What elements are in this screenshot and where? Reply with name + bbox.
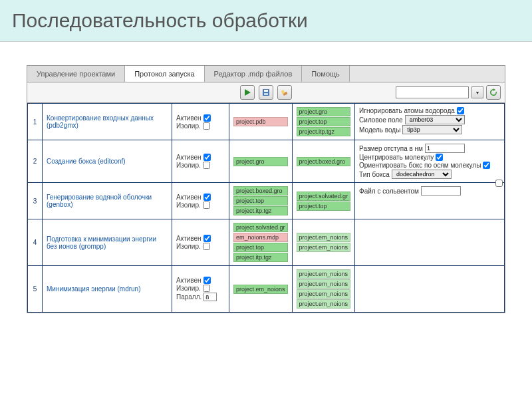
parallel-input[interactable] xyxy=(203,293,217,301)
file-chip[interactable]: project.em_noions xyxy=(297,289,351,299)
input-files: project.boxed.groproject.topproject.itp.… xyxy=(229,183,293,219)
param-row: Размер отступа в нм xyxy=(359,144,493,153)
step-name: Минимизация энергии (mdrun) xyxy=(43,266,172,313)
param-row: Силовое полеamber03 xyxy=(359,115,493,124)
active-checkbox[interactable] xyxy=(203,154,211,161)
save-button[interactable] xyxy=(259,85,273,100)
isol-flag[interactable]: Изолир. xyxy=(176,122,225,130)
step-number: 2 xyxy=(28,140,43,183)
toolbar-right: ▾ xyxy=(396,85,501,100)
isol-checkbox[interactable] xyxy=(203,243,210,250)
active-checkbox[interactable] xyxy=(203,277,211,284)
isol-flag[interactable]: Изолир. xyxy=(176,285,225,292)
file-chip[interactable]: project.top xyxy=(297,117,351,126)
file-chip[interactable]: project.em_noions xyxy=(233,285,288,294)
active-flag[interactable]: Активен xyxy=(176,277,225,284)
file-chip[interactable]: project.pdb xyxy=(233,117,288,126)
file-chip[interactable]: project.boxed.gro xyxy=(297,157,351,166)
param-checkbox[interactable] xyxy=(483,162,490,169)
param-input[interactable] xyxy=(425,144,465,153)
input-files: project.pdb xyxy=(229,104,293,140)
isol-flag[interactable]: Изолир. xyxy=(176,201,225,209)
output-files: project.em_noionsproject.em_noions xyxy=(292,219,355,266)
step-flags: Активен Изолир. xyxy=(172,104,229,140)
param-input[interactable] xyxy=(421,186,461,196)
file-chip[interactable]: project.em_noions xyxy=(297,279,351,289)
refresh-button[interactable] xyxy=(486,85,501,100)
active-flag[interactable]: Активен xyxy=(176,114,225,122)
step-number: 5 xyxy=(28,266,43,313)
active-checkbox[interactable] xyxy=(203,235,211,242)
file-chip[interactable]: project.solvated.gr xyxy=(297,192,351,201)
search-dropdown[interactable]: ▾ xyxy=(471,86,483,98)
isol-checkbox[interactable] xyxy=(203,201,210,209)
file-chip[interactable]: project.top xyxy=(297,201,351,211)
step-number: 4 xyxy=(28,219,43,266)
param-label: Центрировать молекулу xyxy=(359,154,434,161)
param-label: Силовое поле xyxy=(359,116,403,124)
active-checkbox[interactable] xyxy=(203,114,211,122)
step-params: Файл с сольвентом xyxy=(355,183,505,219)
tab-0[interactable]: Управление проектами xyxy=(27,66,125,82)
output-files: project.boxed.gro xyxy=(292,140,355,183)
file-chip[interactable]: project.gro xyxy=(233,157,288,166)
file-chip[interactable]: project.solvated.gr xyxy=(233,223,288,232)
step-params: Размер отступа в нмЦентрировать молекулу… xyxy=(355,140,505,183)
input-files: project.solvated.grem_noions.mdpproject.… xyxy=(229,219,293,266)
tab-2[interactable]: Редактор .mdp файлов xyxy=(205,66,303,82)
param-row: Модель водыtip3p xyxy=(359,125,493,134)
isol-checkbox[interactable] xyxy=(203,285,210,292)
step-name: Генерирование водяной оболочки (genbox) xyxy=(43,183,172,219)
active-flag[interactable]: Активен xyxy=(176,194,225,201)
step-row: 3Генерирование водяной оболочки (genbox)… xyxy=(28,183,505,219)
param-row: Центрировать молекулу xyxy=(359,154,493,161)
step-name: Конвертирование входных данных (pdb2gmx) xyxy=(43,104,172,140)
param-checkbox[interactable] xyxy=(457,107,464,114)
step-row: 4Подготовка к минимизации энергии без ио… xyxy=(28,219,505,266)
file-chip[interactable]: project.em_noions xyxy=(297,243,351,252)
output-files: project.em_noionsproject.em_noionsprojec… xyxy=(292,266,355,313)
param-select[interactable]: tip3p xyxy=(402,125,462,134)
param-row: Файл с сольвентом xyxy=(359,186,493,196)
step-params: Игнорировать атомы водородаСиловое полеa… xyxy=(355,104,505,140)
active-flag[interactable]: Активен xyxy=(176,154,225,161)
isol-flag[interactable]: Изолир. xyxy=(176,162,225,169)
clear-button[interactable] xyxy=(277,85,292,100)
file-chip[interactable]: project.itp.tgz xyxy=(233,206,288,215)
file-chip[interactable]: project.em_noions xyxy=(297,269,351,279)
file-chip[interactable]: em_noions.mdp xyxy=(233,233,288,242)
tab-1[interactable]: Протокол запуска xyxy=(125,66,204,82)
step-row: 1Конвертирование входных данных (pdb2gmx… xyxy=(28,104,505,140)
isol-checkbox[interactable] xyxy=(203,162,210,169)
run-button[interactable] xyxy=(240,85,255,100)
tab-3[interactable]: Помощь xyxy=(302,66,350,82)
file-chip[interactable]: project.gro xyxy=(297,107,351,116)
step-name: Создание бокса (editconf) xyxy=(43,140,172,183)
file-chip[interactable]: project.top xyxy=(233,243,288,252)
active-flag[interactable]: Активен xyxy=(176,235,225,242)
svg-rect-3 xyxy=(264,93,268,95)
step-flags: Активен Изолир. xyxy=(172,140,229,183)
file-chip[interactable]: project.em_noions xyxy=(297,233,351,242)
step-name: Подготовка к минимизации энергии без ион… xyxy=(43,219,172,266)
active-checkbox[interactable] xyxy=(203,194,211,201)
isol-flag[interactable]: Изолир. xyxy=(176,243,225,250)
steps-table: 1Конвертирование входных данных (pdb2gmx… xyxy=(27,103,505,313)
param-label: Игнорировать атомы водорода xyxy=(359,107,455,114)
input-files: project.em_noions xyxy=(229,266,293,313)
output-files: project.groproject.topproject.itp.tgz xyxy=(292,104,355,140)
file-chip[interactable]: project.em_noions xyxy=(297,299,351,309)
param-select[interactable]: dodecahedron xyxy=(392,170,452,179)
search-input[interactable] xyxy=(396,86,469,98)
file-chip[interactable]: project.itp.tgz xyxy=(297,127,351,136)
step-number: 3 xyxy=(28,183,43,219)
param-select[interactable]: amber03 xyxy=(405,115,465,124)
file-chip[interactable]: project.boxed.gro xyxy=(233,186,288,196)
file-chip[interactable]: project.top xyxy=(233,196,288,205)
step-row: 2Создание бокса (editconf)Активен Изолир… xyxy=(28,140,505,183)
tab-bar: Управление проектамиПротокол запускаРеда… xyxy=(27,66,505,82)
parallel-flag[interactable]: Паралл. xyxy=(176,293,225,301)
isol-checkbox[interactable] xyxy=(203,122,210,130)
param-checkbox[interactable] xyxy=(436,154,443,161)
file-chip[interactable]: project.itp.tgz xyxy=(233,253,288,262)
